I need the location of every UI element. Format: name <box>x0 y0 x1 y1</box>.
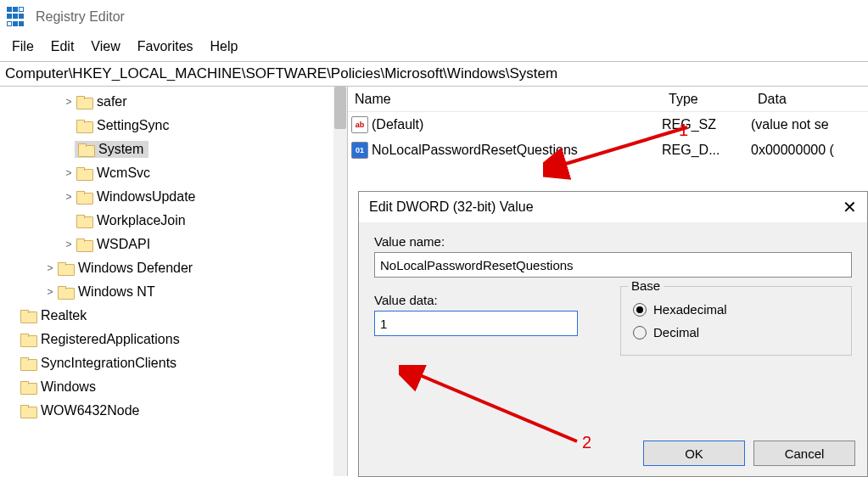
value-data-label: Value data: <box>374 293 595 307</box>
ok-button[interactable]: OK <box>643 441 745 466</box>
expand-icon[interactable]: > <box>44 286 56 298</box>
tree-item-label: WOW6432Node <box>41 403 140 418</box>
tree-item[interactable]: >Windows NT <box>0 280 347 304</box>
tree-item[interactable]: SettingSync <box>0 114 347 137</box>
tree-item-label: SettingSync <box>97 118 169 133</box>
menu-view[interactable]: View <box>84 37 126 56</box>
expand-icon[interactable]: > <box>63 96 75 108</box>
tree-item-label: WSDAPI <box>97 237 150 252</box>
tree-item[interactable]: >WindowsUpdate <box>0 185 347 209</box>
value-type: REG_D... <box>662 143 751 158</box>
tree-item-label: Realtek <box>41 308 87 323</box>
dialog-titlebar: Edit DWORD (32-bit) Value ✕ <box>359 192 867 222</box>
col-name-header[interactable]: Name <box>348 92 662 107</box>
tree-item[interactable]: WOW6432Node <box>0 399 347 423</box>
value-name-field[interactable] <box>374 252 852 278</box>
cancel-button[interactable]: Cancel <box>753 441 855 466</box>
tree-item-label: safer <box>97 94 127 109</box>
folder-icon <box>76 238 92 250</box>
tree-item[interactable]: >Windows Defender <box>0 256 347 280</box>
value-data-field[interactable] <box>374 311 578 336</box>
tree-item-label: Windows Defender <box>78 261 193 276</box>
string-value-icon: ab <box>351 116 368 133</box>
menubar: File Edit View Favorites Help <box>0 34 868 61</box>
column-headers[interactable]: Name Type Data <box>348 87 868 112</box>
menu-edit[interactable]: Edit <box>44 37 81 56</box>
col-type-header[interactable]: Type <box>662 92 751 107</box>
value-name-label: Value name: <box>374 234 852 249</box>
tree-pane: >saferSettingSyncSystem>WcmSvc>WindowsUp… <box>0 87 348 476</box>
menu-help[interactable]: Help <box>204 37 245 56</box>
radio-icon <box>633 303 647 317</box>
dword-value-icon: 01 <box>351 142 368 159</box>
tree-item-label: System <box>98 142 143 157</box>
radio-decimal[interactable]: Decimal <box>633 325 839 340</box>
folder-icon <box>76 167 92 179</box>
folder-icon <box>58 262 73 274</box>
close-icon[interactable]: ✕ <box>843 197 857 217</box>
address-bar[interactable]: Computer\HKEY_LOCAL_MACHINE\SOFTWARE\Pol… <box>0 62 868 87</box>
value-row[interactable]: 01NoLocalPasswordResetQuestionsREG_D...0… <box>348 137 868 163</box>
folder-icon <box>76 215 92 227</box>
menu-file[interactable]: File <box>5 37 41 56</box>
base-legend: Base <box>628 278 664 293</box>
expand-icon[interactable]: > <box>44 262 56 274</box>
tree-item[interactable]: RegisteredApplications <box>0 328 347 351</box>
folder-icon <box>76 191 92 203</box>
value-name: (Default) <box>372 117 423 132</box>
tree-item[interactable]: SyncIntegrationClients <box>0 351 347 375</box>
scrollbar-thumb[interactable] <box>334 87 346 129</box>
tree-item-label: RegisteredApplications <box>41 332 180 347</box>
edit-dword-dialog: Edit DWORD (32-bit) Value ✕ Value name: … <box>358 191 868 477</box>
menu-favorites[interactable]: Favorites <box>131 37 200 56</box>
dialog-title: Edit DWORD (32-bit) Value <box>369 199 534 215</box>
tree-item-label: WcmSvc <box>97 166 150 181</box>
tree-item-label: Windows <box>41 379 96 395</box>
radio-icon <box>633 326 647 340</box>
tree-item[interactable]: Windows <box>0 375 347 399</box>
tree-item[interactable]: >WcmSvc <box>0 161 347 185</box>
tree-item-label: SyncIntegrationClients <box>41 356 176 371</box>
tree-item-label: WindowsUpdate <box>97 189 196 205</box>
tree-item-label: Windows NT <box>78 284 155 300</box>
folder-icon <box>76 96 92 108</box>
folder-icon <box>20 310 36 322</box>
expand-icon[interactable]: > <box>63 167 75 179</box>
folder-icon <box>20 381 36 393</box>
tree-item[interactable]: >safer <box>0 90 347 114</box>
folder-icon <box>78 143 93 155</box>
folder-icon <box>76 120 92 132</box>
expand-icon[interactable]: > <box>63 238 75 250</box>
col-data-header[interactable]: Data <box>751 92 868 107</box>
tree-item-label: WorkplaceJoin <box>97 213 186 228</box>
tree-item[interactable]: Realtek <box>0 304 347 328</box>
radio-hexadecimal[interactable]: Hexadecimal <box>633 302 839 317</box>
base-group: Base Hexadecimal Decimal <box>620 286 852 356</box>
tree-item[interactable]: WorkplaceJoin <box>0 209 347 233</box>
tree-item[interactable]: System <box>0 137 347 161</box>
value-type: REG_SZ <box>662 117 751 132</box>
value-data: (value not se <box>751 117 868 132</box>
folder-icon <box>20 334 36 345</box>
scrollbar[interactable] <box>333 87 347 476</box>
value-name: NoLocalPasswordResetQuestions <box>372 143 578 158</box>
folder-icon <box>20 405 36 417</box>
expand-icon[interactable]: > <box>63 191 75 203</box>
app-icon <box>7 7 27 27</box>
folder-icon <box>20 357 36 369</box>
titlebar: Registry Editor <box>0 0 868 34</box>
tree-item[interactable]: >WSDAPI <box>0 233 347 256</box>
value-row[interactable]: ab(Default)REG_SZ(value not se <box>348 112 868 137</box>
value-data: 0x00000000 ( <box>751 143 868 158</box>
window-title: Registry Editor <box>36 9 125 25</box>
folder-icon <box>58 286 73 298</box>
tree[interactable]: >saferSettingSyncSystem>WcmSvc>WindowsUp… <box>0 87 347 423</box>
